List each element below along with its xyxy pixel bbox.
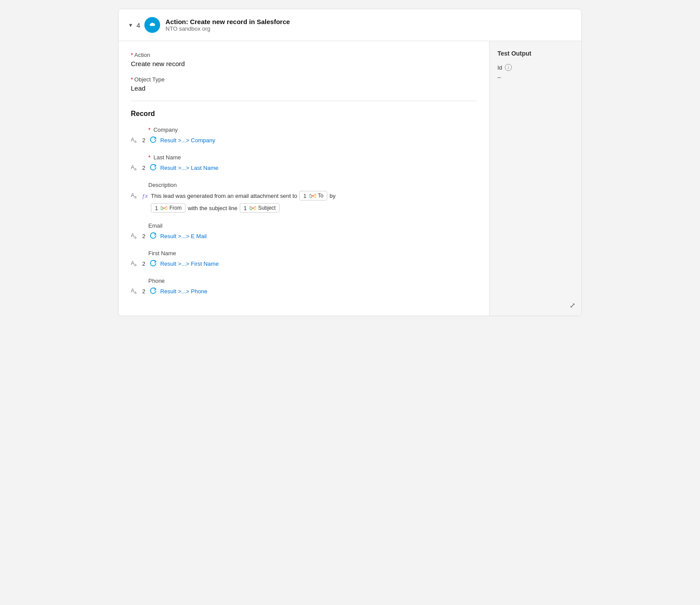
subject-pill-step: 1 — [244, 205, 247, 211]
from-pill[interactable]: 1 From — [151, 203, 186, 213]
phone-step-badge: 2 — [142, 288, 145, 295]
last-name-field-label: * Last Name — [131, 154, 477, 161]
object-type-field-group: *Object Type Lead — [131, 76, 477, 92]
description-type-icon: Aa — [131, 192, 140, 199]
main-section: *Action Create new record *Object Type L… — [119, 41, 490, 316]
desc-text-before: This lead was generated from an email at… — [151, 193, 298, 199]
last-name-type-icon: Aa — [131, 164, 140, 171]
test-output-section: Test Output Id i – ⤢ — [490, 41, 581, 316]
collapse-chevron-icon[interactable]: ▾ — [129, 21, 132, 28]
last-name-required-star: * — [148, 154, 150, 161]
phone-refresh-icon — [149, 287, 158, 295]
subject-pill[interactable]: 1 Subject — [240, 203, 280, 213]
card-header: ▾ 4 Action: Create new record in Salesfo… — [119, 9, 581, 41]
test-output-dash: – — [497, 74, 574, 81]
email-step-badge: 2 — [142, 233, 145, 239]
card-body: *Action Create new record *Object Type L… — [119, 41, 581, 316]
action-required-star: * — [131, 52, 133, 58]
to-pill[interactable]: 1 — [299, 191, 327, 200]
email-field-label: Email — [131, 222, 477, 229]
company-field-label: * Company — [131, 127, 477, 133]
subject-pill-label: Subject — [258, 205, 276, 211]
email-refresh-icon — [149, 232, 158, 240]
action-field-value: Create new record — [131, 60, 477, 67]
to-pill-step: 1 — [303, 193, 306, 199]
record-field-last-name: * Last Name Aa 2 Result >...> Last Name — [131, 154, 477, 172]
company-field-value: Aa 2 Result >...> Company — [131, 136, 477, 144]
company-link[interactable]: Result >...> Company — [160, 137, 215, 144]
record-field-email: Email Aa 2 Result >...> E Mail — [131, 222, 477, 240]
test-output-id-info-icon[interactable]: i — [505, 64, 512, 71]
object-type-required-star: * — [131, 76, 133, 83]
email-link[interactable]: Result >...> E Mail — [160, 233, 206, 239]
action-field-label: *Action — [131, 52, 477, 58]
record-section-heading: Record — [131, 110, 477, 118]
test-output-id-label: Id — [497, 64, 502, 71]
description-field-value-line2: 1 From wi — [131, 203, 477, 213]
email-type-icon: Aa — [131, 232, 140, 239]
object-type-field-label: *Object Type — [131, 76, 477, 83]
header-subtitle: NTO sandbox org — [165, 25, 290, 32]
record-field-company: * Company Aa 2 Result >...> Company — [131, 127, 477, 144]
first-name-refresh-icon — [149, 259, 158, 268]
company-required-star: * — [148, 127, 150, 133]
desc-text-after: with the subject line — [188, 205, 237, 211]
phone-field-label: Phone — [131, 278, 477, 284]
company-type-icon: Aa — [131, 137, 140, 144]
description-field-label: Description — [131, 182, 477, 188]
company-step-badge: 2 — [142, 137, 145, 144]
expand-icon[interactable]: ⤢ — [570, 301, 575, 310]
company-refresh-icon — [149, 136, 158, 144]
section-divider — [131, 101, 477, 101]
gmail-icon-from — [161, 204, 168, 211]
test-output-title: Test Output — [497, 50, 574, 57]
record-field-description: Description Aa ƒx This lead was generate… — [131, 182, 477, 213]
salesforce-logo — [144, 17, 160, 33]
step-number: 4 — [136, 21, 140, 29]
first-name-link[interactable]: Result >...> First Name — [160, 260, 219, 267]
first-name-field-label: First Name — [131, 250, 477, 257]
fx-icon: ƒx — [142, 193, 148, 199]
record-field-first-name: First Name Aa 2 Result >...> First Name — [131, 250, 477, 268]
email-field-value: Aa 2 Result >...> E Mail — [131, 232, 477, 240]
from-pill-step: 1 — [155, 205, 158, 211]
phone-link[interactable]: Result >...> Phone — [160, 288, 207, 295]
last-name-link[interactable]: Result >...> Last Name — [160, 165, 218, 171]
last-name-field-value: Aa 2 Result >...> Last Name — [131, 163, 477, 172]
first-name-field-value: Aa 2 Result >...> First Name — [131, 259, 477, 268]
first-name-type-icon: Aa — [131, 260, 140, 267]
object-type-field-value: Lead — [131, 84, 477, 92]
last-name-refresh-icon — [149, 163, 158, 172]
from-pill-label: From — [169, 205, 182, 211]
action-card: ▾ 4 Action: Create new record in Salesfo… — [118, 9, 582, 316]
test-output-id-row: Id i — [497, 64, 574, 71]
gmail-icon-to — [309, 192, 316, 199]
record-field-phone: Phone Aa 2 Result >...> Phone — [131, 278, 477, 295]
action-field-group: *Action Create new record — [131, 52, 477, 67]
header-title: Action: Create new record in Salesforce — [165, 18, 290, 25]
phone-type-icon: Aa — [131, 288, 140, 295]
header-text-group: Action: Create new record in Salesforce … — [165, 18, 290, 32]
phone-field-value: Aa 2 Result >...> Phone — [131, 287, 477, 295]
first-name-step-badge: 2 — [142, 260, 145, 267]
description-field-value: Aa ƒx This lead was generated from an em… — [131, 191, 477, 200]
last-name-step-badge: 2 — [142, 165, 145, 171]
to-pill-label: To — [318, 193, 324, 199]
desc-text-middle: by — [329, 193, 336, 199]
gmail-icon-subject — [249, 204, 256, 211]
